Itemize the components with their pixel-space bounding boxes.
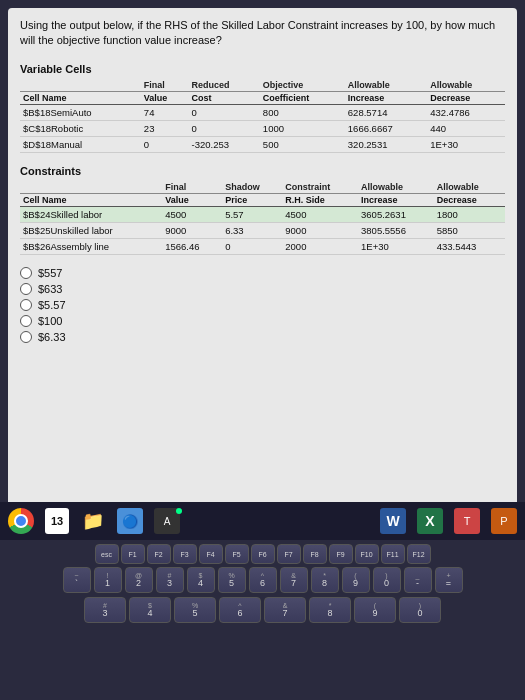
f10-key[interactable]: F10 bbox=[355, 544, 379, 564]
screen: Using the output below, if the RHS of th… bbox=[0, 0, 525, 700]
excel-button[interactable]: X bbox=[413, 506, 447, 536]
fn-key-row: esc F1 F2 F3 F4 F5 F6 F7 F8 F9 F10 F11 F… bbox=[6, 544, 519, 564]
var-h2-0: Cell Name bbox=[20, 91, 141, 104]
question-text: Using the output below, if the RHS of th… bbox=[20, 18, 505, 49]
var-cell-2-5: 1E+30 bbox=[427, 136, 505, 152]
star-key[interactable]: *8 bbox=[309, 597, 351, 623]
var-cell-0-3: 800 bbox=[260, 104, 345, 120]
con-cell-1-4: 3805.5556 bbox=[358, 222, 434, 238]
con-h2-3: R.H. Side bbox=[282, 193, 358, 206]
con-cell-2-1: 1566.46 bbox=[162, 238, 222, 254]
word-button[interactable]: W bbox=[376, 506, 410, 536]
table-row: $B$24Skilled labor 4500 5.57 4500 3605.2… bbox=[20, 206, 505, 222]
app-button[interactable]: 🔵 bbox=[113, 506, 147, 536]
f12-key[interactable]: F12 bbox=[407, 544, 431, 564]
f2-key[interactable]: F2 bbox=[147, 544, 171, 564]
radio-circle-3[interactable] bbox=[20, 299, 32, 311]
var-h1-3: Objective bbox=[260, 79, 345, 92]
radio-circle-4[interactable] bbox=[20, 315, 32, 327]
con-cell-0-0: $B$24Skilled labor bbox=[20, 206, 162, 222]
option-4[interactable]: $100 bbox=[20, 315, 505, 327]
amp-key[interactable]: &7 bbox=[264, 597, 306, 623]
table-row: $B$25Unskilled labor 9000 6.33 9000 3805… bbox=[20, 222, 505, 238]
option-5-label: $6.33 bbox=[38, 331, 66, 343]
hash-key[interactable]: #3 bbox=[84, 597, 126, 623]
9-key[interactable]: (9 bbox=[342, 567, 370, 593]
5-key[interactable]: %5 bbox=[218, 567, 246, 593]
green-indicator bbox=[176, 508, 182, 514]
option-3[interactable]: $5.57 bbox=[20, 299, 505, 311]
con-h2-0: Cell Name bbox=[20, 193, 162, 206]
con-header-row2: Cell Name Value Price R.H. Side Increase… bbox=[20, 193, 505, 206]
con-h1-3: Constraint bbox=[282, 181, 358, 194]
con-cell-1-2: 6.33 bbox=[222, 222, 282, 238]
option-2[interactable]: $633 bbox=[20, 283, 505, 295]
6-key[interactable]: ^6 bbox=[249, 567, 277, 593]
var-cell-0-0: $B$18SemiAuto bbox=[20, 104, 141, 120]
ppt-button[interactable]: P bbox=[487, 506, 521, 536]
con-cell-2-0: $B$26Assembly line bbox=[20, 238, 162, 254]
con-cell-2-5: 433.5443 bbox=[434, 238, 505, 254]
radio-circle-5[interactable] bbox=[20, 331, 32, 343]
2-key[interactable]: @2 bbox=[125, 567, 153, 593]
con-cell-2-4: 1E+30 bbox=[358, 238, 434, 254]
var-h1-4: Allowable bbox=[345, 79, 427, 92]
constraints-table: Final Shadow Constraint Allowable Allowa… bbox=[20, 181, 505, 255]
other-icon: T bbox=[454, 508, 480, 534]
word-icon: W bbox=[380, 508, 406, 534]
radio-circle-2[interactable] bbox=[20, 283, 32, 295]
f3-key[interactable]: F3 bbox=[173, 544, 197, 564]
dollar-key[interactable]: $4 bbox=[129, 597, 171, 623]
f5-key[interactable]: F5 bbox=[225, 544, 249, 564]
option-1[interactable]: $557 bbox=[20, 267, 505, 279]
con-cell-2-3: 2000 bbox=[282, 238, 358, 254]
radio-circle-1[interactable] bbox=[20, 267, 32, 279]
equals-key[interactable]: += bbox=[435, 567, 463, 593]
con-h2-2: Price bbox=[222, 193, 282, 206]
var-h1-1: Final bbox=[141, 79, 189, 92]
taskbar: 13 📁 🔵 A W X T P bbox=[0, 502, 525, 540]
f6-key[interactable]: F6 bbox=[251, 544, 275, 564]
con-h1-0 bbox=[20, 181, 162, 194]
f4-key[interactable]: F4 bbox=[199, 544, 223, 564]
con-cell-1-3: 9000 bbox=[282, 222, 358, 238]
f7-key[interactable]: F7 bbox=[277, 544, 301, 564]
f1-key[interactable]: F1 bbox=[121, 544, 145, 564]
esc-key[interactable]: esc bbox=[95, 544, 119, 564]
1-key[interactable]: !1 bbox=[94, 567, 122, 593]
calendar-button[interactable]: 13 bbox=[41, 506, 73, 536]
ppt-icon: P bbox=[491, 508, 517, 534]
var-cell-0-2: 0 bbox=[189, 104, 260, 120]
minus-key[interactable]: _- bbox=[404, 567, 432, 593]
f11-key[interactable]: F11 bbox=[381, 544, 405, 564]
f9-key[interactable]: F9 bbox=[329, 544, 353, 564]
var-header-row2: Cell Name Value Cost Coefficient Increas… bbox=[20, 91, 505, 104]
7-key[interactable]: &7 bbox=[280, 567, 308, 593]
con-h2-4: Increase bbox=[358, 193, 434, 206]
chrome-button[interactable] bbox=[4, 506, 38, 536]
con-cell-0-5: 1800 bbox=[434, 206, 505, 222]
number-key-row: ~` !1 @2 #3 $4 %5 ^6 &7 *8 (9 )0 _- += bbox=[6, 567, 519, 593]
other-button[interactable]: T bbox=[450, 506, 484, 536]
folder-button[interactable]: 📁 bbox=[76, 506, 110, 536]
var-cell-2-2: -320.253 bbox=[189, 136, 260, 152]
indicator-button[interactable]: A bbox=[150, 506, 184, 536]
3-key[interactable]: #3 bbox=[156, 567, 184, 593]
4-key[interactable]: $4 bbox=[187, 567, 215, 593]
table-row: $B$18SemiAuto 74 0 800 628.5714 432.4786 bbox=[20, 104, 505, 120]
con-cell-0-3: 4500 bbox=[282, 206, 358, 222]
var-cell-1-2: 0 bbox=[189, 120, 260, 136]
percent-key[interactable]: %5 bbox=[174, 597, 216, 623]
caret-key[interactable]: ^6 bbox=[219, 597, 261, 623]
lparen-key[interactable]: (9 bbox=[354, 597, 396, 623]
8-key[interactable]: *8 bbox=[311, 567, 339, 593]
rparen-key[interactable]: )0 bbox=[399, 597, 441, 623]
var-cell-0-5: 432.4786 bbox=[427, 104, 505, 120]
var-h1-5: Allowable bbox=[427, 79, 505, 92]
con-cell-1-1: 9000 bbox=[162, 222, 222, 238]
option-5[interactable]: $6.33 bbox=[20, 331, 505, 343]
f8-key[interactable]: F8 bbox=[303, 544, 327, 564]
tilde-key[interactable]: ~` bbox=[63, 567, 91, 593]
var-h2-4: Increase bbox=[345, 91, 427, 104]
0-key[interactable]: )0 bbox=[373, 567, 401, 593]
